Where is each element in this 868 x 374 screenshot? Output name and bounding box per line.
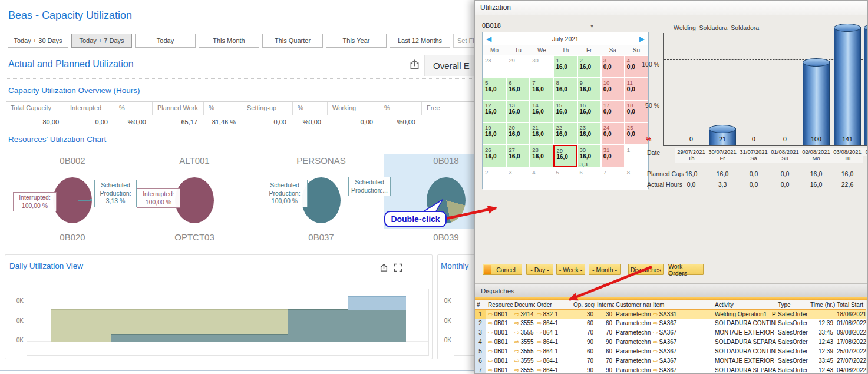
cancel-button[interactable]: Cancel bbox=[483, 264, 522, 275]
calendar-day-cell[interactable]: 5 bbox=[553, 167, 577, 190]
dispatches-button[interactable]: Dispatches bbox=[628, 264, 664, 275]
link-arrow-icon[interactable]: ⇨ bbox=[653, 311, 658, 317]
utilization-bar[interactable] bbox=[834, 27, 861, 145]
link-arrow-icon[interactable]: ⇨ bbox=[514, 329, 519, 336]
link-arrow-icon[interactable]: ⇨ bbox=[537, 358, 542, 364]
dispatch-row[interactable]: 3⇨0B01⇨3555⇨864-17070Parametechnolo⇨SA36… bbox=[475, 328, 866, 338]
month-button[interactable]: - Month - bbox=[589, 264, 621, 275]
calendar-day-cell[interactable]: 110,0 bbox=[625, 78, 648, 100]
link-arrow-icon[interactable]: ⇨ bbox=[488, 358, 493, 364]
calendar-day-cell[interactable]: 2916,0 bbox=[553, 145, 577, 167]
filter-button-today-30-days[interactable]: Today + 30 Days bbox=[8, 34, 68, 48]
link-arrow-icon[interactable]: ⇨ bbox=[514, 311, 519, 317]
link-arrow-icon[interactable]: ⇨ bbox=[514, 339, 519, 345]
filter-button-last-12-months[interactable]: Last 12 Months bbox=[390, 34, 450, 48]
link-arrow-icon[interactable]: ⇨ bbox=[514, 358, 519, 364]
calendar-day-cell[interactable]: 30,0 bbox=[601, 55, 625, 78]
resource-dropdown[interactable]: 0B018 ▼ bbox=[482, 22, 594, 32]
dispatch-row[interactable]: 2⇨0B01⇨3555⇨864-16060Parametechnolo⇨SA36… bbox=[475, 319, 866, 329]
calendar-day-cell[interactable]: 30 bbox=[530, 55, 553, 78]
link-arrow-icon[interactable]: ⇨ bbox=[537, 348, 542, 355]
calendar-day-cell[interactable]: 116,0 bbox=[553, 55, 577, 78]
utilization-bar-partial[interactable] bbox=[864, 27, 868, 145]
calendar-day-cell[interactable]: 1916,0 bbox=[483, 123, 506, 145]
calendar-day-cell[interactable]: 310,0 bbox=[601, 145, 625, 167]
calendar-day-cell[interactable]: 216,0 bbox=[577, 55, 601, 78]
link-arrow-icon[interactable]: ⇨ bbox=[488, 348, 493, 355]
dispatch-row[interactable]: 5⇨0B01⇨3555⇨864-16060Parametechnolo⇨SA36… bbox=[475, 347, 866, 357]
calendar-day-cell[interactable]: 2216,0 bbox=[553, 123, 577, 145]
calendar-day-cell[interactable]: 2 bbox=[483, 167, 506, 190]
link-arrow-icon[interactable]: ⇨ bbox=[488, 311, 493, 317]
week-button[interactable]: - Week - bbox=[556, 264, 585, 275]
link-arrow-icon[interactable]: ⇨ bbox=[537, 367, 542, 373]
calendar-day-cell[interactable]: 1316,0 bbox=[506, 100, 530, 123]
dispatch-row[interactable]: 4⇨0B01⇨3555⇨864-19090Parametechnolo⇨SA36… bbox=[475, 337, 866, 347]
calendar-planned-hours: 16,0 bbox=[485, 153, 496, 160]
export-icon[interactable] bbox=[379, 263, 388, 274]
calendar-day-cell[interactable]: 1216,0 bbox=[483, 100, 506, 123]
calendar-day-cell[interactable]: 29 bbox=[506, 55, 530, 78]
resource-pie-0b002[interactable] bbox=[53, 177, 92, 223]
link-arrow-icon[interactable]: ⇨ bbox=[514, 348, 519, 355]
calendar-day-cell[interactable]: 2316,0 bbox=[577, 123, 601, 145]
calendar-day-cell[interactable]: 7 bbox=[601, 167, 625, 190]
calendar-day-cell[interactable]: 3016,03,3 bbox=[577, 145, 601, 167]
link-arrow-icon[interactable]: ⇨ bbox=[653, 348, 658, 355]
link-arrow-icon[interactable]: ⇨ bbox=[488, 329, 493, 336]
calendar-day-cell[interactable]: 8 bbox=[625, 167, 648, 190]
calendar-day-cell[interactable]: 2716,0 bbox=[506, 145, 530, 167]
filter-button-today-7-days[interactable]: Today + 7 Days bbox=[71, 34, 132, 48]
calendar-day-cell[interactable]: 1516,0 bbox=[553, 100, 577, 123]
filter-button-this-month[interactable]: This Month bbox=[199, 34, 259, 48]
calendar-day-cell[interactable]: 2816,0 bbox=[530, 145, 553, 167]
link-arrow-icon[interactable]: ⇨ bbox=[537, 339, 542, 345]
link-arrow-icon[interactable]: ⇨ bbox=[653, 367, 658, 373]
link-arrow-icon[interactable]: ⇨ bbox=[537, 320, 542, 326]
calendar-day-cell[interactable]: 2616,0 bbox=[483, 145, 506, 167]
calendar-prev-icon[interactable]: ◀ bbox=[486, 32, 491, 45]
calendar-day-cell[interactable]: 2016,0 bbox=[506, 123, 530, 145]
calendar-day-cell[interactable]: 816,0 bbox=[553, 78, 577, 100]
link-arrow-icon[interactable]: ⇨ bbox=[488, 339, 493, 345]
link-arrow-icon[interactable]: ⇨ bbox=[653, 320, 658, 326]
resource-pie-alt001[interactable] bbox=[175, 177, 214, 223]
link-arrow-icon[interactable]: ⇨ bbox=[488, 367, 493, 373]
link-arrow-icon[interactable]: ⇨ bbox=[653, 329, 658, 336]
calendar-day-cell[interactable]: 240,0 bbox=[601, 123, 625, 145]
calendar-day-cell[interactable]: 716,0 bbox=[530, 78, 553, 100]
calendar-day-cell[interactable]: 916,0 bbox=[577, 78, 601, 100]
link-arrow-icon[interactable]: ⇨ bbox=[537, 329, 542, 336]
dispatch-row[interactable]: 6⇨0B01⇨3555⇨864-17070Parametechnolo⇨SA36… bbox=[475, 356, 866, 366]
expand-icon[interactable] bbox=[394, 263, 402, 274]
link-arrow-icon[interactable]: ⇨ bbox=[653, 339, 658, 345]
calendar-day-cell[interactable]: 516,0 bbox=[483, 78, 506, 100]
calendar-day-cell[interactable]: 1416,0 bbox=[530, 100, 553, 123]
dispatch-row[interactable]: 7⇨0B01⇨3555⇨864-19090Parametechnolo⇨SA36… bbox=[475, 366, 866, 374]
calendar-day-cell[interactable]: 6 bbox=[577, 167, 601, 190]
day-button[interactable]: - Day - bbox=[526, 264, 553, 275]
link-arrow-icon[interactable]: ⇨ bbox=[653, 358, 658, 364]
link-arrow-icon[interactable]: ⇨ bbox=[514, 320, 519, 326]
workorders-button[interactable]: Work Orders bbox=[668, 264, 704, 275]
calendar-day-cell[interactable]: 1 bbox=[625, 145, 648, 167]
calendar-day-cell[interactable]: 2116,0 bbox=[530, 123, 553, 145]
calendar-day-cell[interactable]: 3 bbox=[506, 167, 530, 190]
link-arrow-icon[interactable]: ⇨ bbox=[537, 311, 542, 317]
calendar-next-icon[interactable]: ▶ bbox=[639, 32, 645, 45]
calendar-day-cell[interactable]: 4 bbox=[530, 167, 553, 190]
utilization-bar[interactable] bbox=[803, 61, 830, 145]
link-arrow-icon[interactable]: ⇨ bbox=[488, 320, 493, 326]
calendar-day-cell[interactable]: 170,0 bbox=[601, 100, 625, 123]
calendar-day-cell[interactable]: 100,0 bbox=[601, 78, 625, 100]
calendar-day-cell[interactable]: 1616,0 bbox=[577, 100, 601, 123]
filter-button-this-quarter[interactable]: This Quarter bbox=[262, 34, 323, 48]
date-column-header: 31/07/2021Sa bbox=[738, 148, 770, 163]
filter-button-today[interactable]: Today bbox=[135, 34, 196, 48]
filter-button-this-year[interactable]: This Year bbox=[326, 34, 387, 48]
link-arrow-icon[interactable]: ⇨ bbox=[514, 367, 519, 373]
calendar-day-cell[interactable]: 616,0 bbox=[506, 78, 530, 100]
calendar-day-cell[interactable]: 250,0 bbox=[625, 123, 648, 145]
export-icon[interactable] bbox=[409, 59, 420, 72]
calendar-day-cell[interactable]: 28 bbox=[483, 55, 506, 78]
